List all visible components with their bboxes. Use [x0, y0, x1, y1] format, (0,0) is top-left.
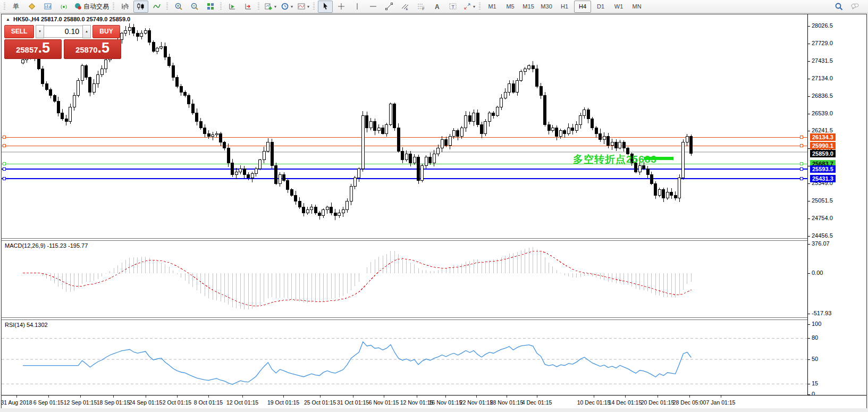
zoom-in-icon[interactable]	[171, 1, 186, 13]
line-handle[interactable]	[3, 178, 5, 180]
toolbar-grip[interactable]	[4, 3, 5, 11]
time-axis-tick	[80, 396, 81, 398]
axis-tick-mark	[808, 244, 810, 245]
periods-icon-glyph	[281, 2, 289, 11]
price-axis[interactable]: 28026.527729.027431.527134.026836.526539…	[807, 14, 866, 395]
dropdown-arrow-icon[interactable]: ▾	[473, 4, 475, 9]
time-axis-tick	[320, 396, 321, 398]
periods-icon[interactable]: ▾	[279, 1, 294, 13]
line-handle[interactable]	[800, 145, 803, 147]
search-icon[interactable]	[831, 1, 846, 13]
line-chart-icon[interactable]	[149, 1, 164, 13]
time-axis-tick	[113, 396, 114, 398]
line-handle[interactable]	[800, 136, 803, 139]
horizontal-line-icon[interactable]	[366, 1, 381, 13]
volume-increase-icon: ▲	[85, 30, 88, 33]
line-handle[interactable]	[3, 163, 5, 165]
buy-price-main: 25870	[75, 41, 98, 54]
chart-type-group	[117, 0, 165, 13]
line-handle[interactable]	[800, 163, 803, 165]
timeframe-M5[interactable]: M5	[502, 1, 519, 13]
price-tick-label: 27431.5	[812, 57, 833, 64]
text-label-icon[interactable]: T	[445, 1, 460, 13]
macd-tick-label: 0.00	[812, 270, 823, 276]
macd-tick-label: -517.93	[812, 310, 831, 316]
zoom-out-icon[interactable]	[187, 1, 202, 13]
line-handle[interactable]	[3, 136, 5, 139]
macd-tick-label: 376.07	[812, 240, 830, 247]
time-axis-tick	[721, 396, 721, 398]
timeframe-M15[interactable]: M15	[520, 1, 537, 13]
chat-icon[interactable]	[847, 1, 862, 13]
crosshair-icon[interactable]	[334, 1, 349, 13]
fibonacci-icon[interactable]: F	[414, 1, 428, 13]
tools-group: EFAT▾	[317, 0, 477, 13]
dropdown-arrow-icon[interactable]: ▾	[307, 4, 309, 9]
text-icon[interactable]: A	[429, 1, 444, 13]
data-window-icon[interactable]	[40, 1, 55, 13]
time-axis-tick	[445, 396, 446, 398]
candlestick-chart-icon[interactable]	[133, 1, 148, 13]
volume-input[interactable]	[44, 26, 82, 38]
auto-trading-glyph	[74, 2, 82, 11]
sell-price-fraction: .5	[38, 40, 50, 56]
rsi-pane-canvas[interactable]	[2, 320, 807, 395]
navigator-icon[interactable]	[56, 1, 71, 13]
timeframe-W1[interactable]: W1	[610, 1, 627, 13]
timeframe-H1[interactable]: H1	[556, 1, 573, 13]
equidistant-channel-icon[interactable]: E	[398, 1, 412, 13]
highlight-segment[interactable]	[644, 157, 673, 160]
line-handle[interactable]	[3, 168, 5, 171]
toolbar-grip[interactable]	[313, 3, 315, 11]
time-axis[interactable]: 31 Aug 20186 Sep 01:1512 Sep 01:1518 Sep…	[2, 395, 866, 408]
buy-price-display[interactable]: 25870 .5	[64, 39, 121, 59]
navigator-icon-glyph	[60, 2, 68, 11]
chart-shift-icon-glyph	[244, 2, 252, 11]
buy-button[interactable]: BUY	[92, 25, 120, 38]
timeframe-D1[interactable]: D1	[592, 1, 609, 13]
timeframe-MN[interactable]: MN	[628, 1, 645, 13]
volume-increase-button[interactable]: ▲	[82, 25, 91, 38]
sell-price-display[interactable]: 25857 .5	[4, 39, 62, 59]
auto-scroll-icon[interactable]	[225, 1, 240, 13]
sell-button[interactable]: SELL	[4, 25, 34, 38]
new-order-button[interactable]: 单	[9, 1, 23, 13]
trendline-icon[interactable]	[382, 1, 397, 13]
indicators-icon[interactable]: ▾	[263, 1, 278, 13]
bar-chart-icon[interactable]	[117, 1, 132, 13]
toolbar-grip[interactable]	[479, 3, 481, 11]
auto-trading-button[interactable]: 自动交易	[72, 1, 111, 13]
time-axis-tick	[146, 396, 146, 398]
arrows-icon[interactable]: ▾	[461, 1, 477, 13]
toolbar-grip[interactable]	[258, 3, 259, 11]
axis-tick-mark	[808, 218, 810, 219]
vertical-line-icon[interactable]	[350, 1, 365, 13]
dropdown-arrow-icon[interactable]: ▾	[291, 4, 293, 9]
new-order-button-label: 单	[13, 2, 19, 11]
market-watch-icon[interactable]	[24, 1, 39, 13]
macd-pane-canvas[interactable]	[2, 241, 807, 317]
chart-shift-icon[interactable]	[241, 1, 256, 13]
timeframe-M1[interactable]: M1	[484, 1, 501, 13]
cursor-icon[interactable]	[318, 1, 333, 13]
toolbar-grip[interactable]	[166, 3, 168, 11]
line-handle[interactable]	[800, 178, 803, 180]
tile-windows-icon[interactable]	[203, 1, 218, 13]
templates-icon[interactable]: ▾	[296, 1, 311, 13]
price-tick-label: 24456.5	[812, 232, 833, 239]
line-handle[interactable]	[800, 168, 803, 171]
price-tick-label: 24754.0	[812, 215, 833, 221]
rsi-tick-label: 80	[812, 334, 818, 341]
toolbar-grip[interactable]	[113, 3, 114, 11]
collapse-trade-panel-icon[interactable]: ▲	[6, 17, 10, 22]
dropdown-arrow-icon[interactable]: ▾	[274, 4, 276, 9]
time-axis-tick	[208, 396, 209, 398]
toolbar-grip[interactable]	[220, 3, 222, 11]
auto-trading-button-label: 自动交易	[83, 2, 109, 11]
macd-histogram	[23, 247, 691, 309]
sell-price-main: 25857	[16, 41, 38, 54]
volume-decrease-button[interactable]: ▼	[36, 25, 44, 38]
timeframe-M30[interactable]: M30	[538, 1, 555, 13]
timeframe-H4[interactable]: H4	[574, 1, 591, 13]
line-handle[interactable]	[3, 145, 5, 147]
